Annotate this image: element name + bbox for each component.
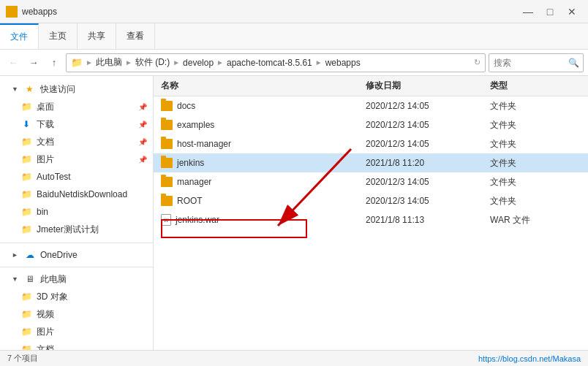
sidebar: ▼ ★ 快速访问 📁 桌面 📌 ⬇ 下载 📌 📁 文档 📌 📁 图片 — [0, 76, 154, 350]
window-controls: — □ ✕ — [518, 1, 582, 22]
folder-icon: 📁 — [20, 171, 32, 183]
sidebar-item-videos[interactable]: 📁 视频 — [0, 305, 153, 323]
table-row[interactable]: docs 2020/12/3 14:05 文件夹 — [154, 96, 588, 115]
breadcrumb-tomcat[interactable]: apache-tomcat-8.5.61 — [227, 58, 312, 68]
file-date: 2021/1/8 11:20 — [366, 158, 490, 168]
pin-icon: 📌 — [138, 156, 147, 164]
sidebar-item-docs[interactable]: 📁 文档 📌 — [0, 133, 153, 150]
maximize-button[interactable]: □ — [540, 1, 560, 22]
collapse-icon: ▼ — [12, 275, 18, 283]
quick-access-header[interactable]: ▼ ★ 快速访问 — [0, 80, 153, 98]
folder-icon: 📁 — [20, 291, 32, 302]
file-name-hostmanager: host-manager — [161, 139, 366, 149]
file-date: 2020/12/3 14:05 — [366, 101, 490, 111]
sidebar-item-3dobjects[interactable]: 📁 3D 对象 — [0, 288, 153, 305]
minimize-button[interactable]: — — [518, 1, 538, 22]
thispc-label: 此电脑 — [40, 273, 67, 286]
quick-access-section: ▼ ★ 快速访问 📁 桌面 📌 ⬇ 下载 📌 📁 文档 📌 📁 图片 — [0, 79, 153, 240]
file-size: 69,1... — [563, 215, 588, 225]
tab-share[interactable]: 共享 — [78, 23, 116, 49]
table-row-jenkins[interactable]: jenkins 2021/1/8 11:20 文件夹 — [154, 153, 588, 172]
file-date: 2020/12/3 14:05 — [366, 177, 490, 187]
status-bar: 7 个项目 https://blog.csdn.net/Makasa — [0, 350, 588, 366]
folder-icon — [161, 158, 173, 168]
file-list-header: 名称 修改日期 类型 大小 — [154, 76, 588, 96]
pin-icon: 📌 — [138, 121, 147, 129]
file-date: 2020/12/3 14:05 — [366, 139, 490, 149]
sidebar-item-label: 文档 — [37, 136, 54, 148]
sidebar-item-documents[interactable]: 📁 文档 — [0, 340, 153, 350]
sidebar-item-images[interactable]: 📁 图片 — [0, 323, 153, 340]
pin-icon: 📌 — [138, 138, 147, 146]
collapse-icon: ▼ — [12, 85, 18, 93]
sidebar-item-bin[interactable]: 📁 bin — [0, 203, 153, 221]
sidebar-item-label: AutoTest — [37, 172, 71, 182]
up-button[interactable]: ↑ — [45, 54, 63, 72]
folder-icon: 📁 — [20, 343, 32, 350]
download-icon: ⬇ — [20, 118, 32, 130]
sidebar-item-label: 图片 — [37, 153, 54, 166]
folder-icon: 📁 — [20, 188, 32, 200]
ribbon: 文件 主页 共享 查看 — [0, 23, 588, 50]
column-name[interactable]: 名称 — [161, 80, 366, 92]
breadcrumb-webapps[interactable]: webapps — [325, 58, 361, 68]
file-date: 2020/12/3 14:05 — [366, 196, 490, 206]
sidebar-item-desktop[interactable]: 📁 桌面 📌 — [0, 98, 153, 115]
breadcrumb-this-pc[interactable]: 此电脑 — [96, 56, 122, 69]
sidebar-item-thispc[interactable]: ▼ 🖥 此电脑 — [0, 270, 153, 288]
file-name-docs: docs — [161, 101, 366, 111]
table-row-jenkins-war[interactable]: W jenkins.war 2021/1/8 11:13 WAR 文件 69,1… — [154, 210, 588, 229]
sidebar-item-downloads[interactable]: ⬇ 下载 📌 — [0, 115, 153, 133]
sidebar-item-pictures[interactable]: 📁 图片 📌 — [0, 150, 153, 168]
divider — [0, 243, 153, 243]
item-count: 7 个项目 — [7, 353, 38, 364]
file-type: 文件夹 — [490, 176, 563, 188]
table-row[interactable]: examples 2020/12/3 14:05 文件夹 — [154, 115, 588, 134]
search-input[interactable] — [489, 53, 584, 72]
sidebar-item-label: Jmeter测试计划 — [37, 224, 99, 236]
file-type: 文件夹 — [490, 119, 563, 131]
sidebar-item-label: 图片 — [37, 326, 54, 338]
sidebar-item-onedrive[interactable]: ► ☁ OneDrive — [0, 246, 153, 264]
folder-icon: 📁 — [20, 153, 32, 165]
sidebar-item-label: bin — [37, 207, 48, 217]
window-title: webapps — [22, 7, 57, 17]
tab-file[interactable]: 文件 — [0, 23, 39, 49]
window-icon — [6, 6, 18, 18]
address-row: ← → ↑ 📁 ► 此电脑 ► 软件 (D:) ► develop ► apac… — [0, 50, 588, 76]
refresh-icon[interactable]: ↻ — [474, 58, 480, 67]
column-type[interactable]: 类型 — [490, 80, 563, 92]
file-type: 文件夹 — [490, 138, 563, 150]
sidebar-item-jmeter[interactable]: 📁 Jmeter测试计划 — [0, 221, 153, 238]
table-row[interactable]: ROOT 2020/12/3 14:05 文件夹 — [154, 191, 588, 210]
file-date: 2021/1/8 11:13 — [366, 215, 490, 225]
folder-icon: 📁 — [20, 224, 32, 235]
divider — [0, 267, 153, 267]
address-bar[interactable]: 📁 ► 此电脑 ► 软件 (D:) ► develop ► apache-tom… — [66, 53, 486, 72]
folder-icon — [161, 177, 173, 187]
file-name-jenkinswar: W jenkins.war — [161, 214, 366, 226]
collapse-icon: ► — [12, 251, 18, 259]
breadcrumb-develop[interactable]: develop — [183, 58, 214, 68]
sidebar-item-autotest[interactable]: 📁 AutoTest — [0, 168, 153, 186]
cloud-icon: ☁ — [24, 249, 36, 261]
back-button[interactable]: ← — [4, 54, 22, 72]
forward-button[interactable]: → — [25, 54, 42, 72]
tab-view[interactable]: 查看 — [116, 23, 155, 49]
file-name-root: ROOT — [161, 196, 366, 206]
tab-home[interactable]: 主页 — [39, 23, 78, 49]
search-wrapper: 🔍 — [489, 53, 584, 72]
folder-icon: 📁 — [20, 326, 32, 338]
folder-icon: 📁 — [20, 308, 32, 320]
file-type: WAR 文件 — [490, 214, 563, 226]
column-date[interactable]: 修改日期 — [366, 80, 490, 92]
table-row[interactable]: host-manager 2020/12/3 14:05 文件夹 — [154, 134, 588, 153]
folder-icon — [161, 196, 173, 206]
breadcrumb-drive[interactable]: 软件 (D:) — [135, 56, 170, 69]
file-type: 文件夹 — [490, 195, 563, 207]
column-size[interactable]: 大小 — [563, 80, 588, 92]
close-button[interactable]: ✕ — [562, 1, 582, 22]
sidebar-item-baidu[interactable]: 📁 BaiduNetdiskDownload — [0, 186, 153, 203]
folder-icon — [161, 120, 173, 130]
table-row[interactable]: manager 2020/12/3 14:05 文件夹 — [154, 172, 588, 191]
